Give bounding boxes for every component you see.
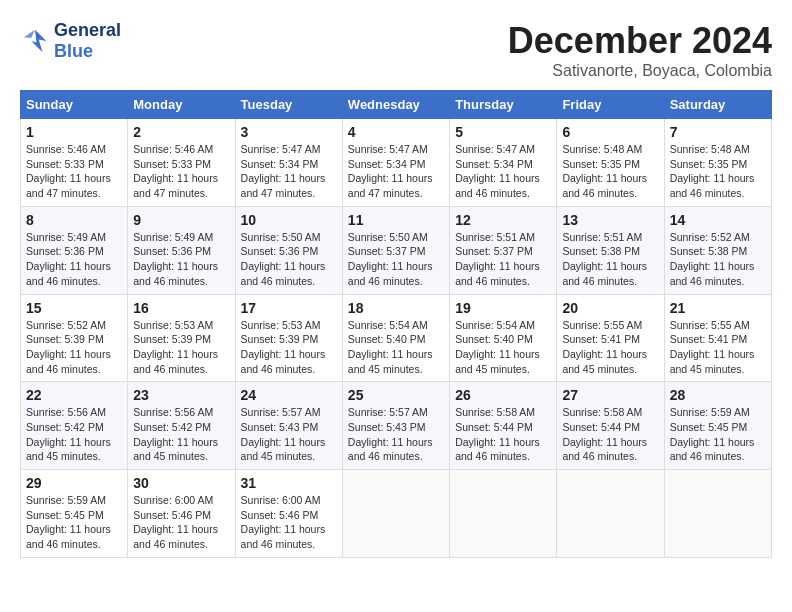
day-info: Sunrise: 5:53 AM Sunset: 5:39 PM Dayligh… xyxy=(241,318,337,377)
day-number: 29 xyxy=(26,475,122,491)
calendar-day-cell: 6 Sunrise: 5:48 AM Sunset: 5:35 PM Dayli… xyxy=(557,119,664,207)
calendar-day-cell: 17 Sunrise: 5:53 AM Sunset: 5:39 PM Dayl… xyxy=(235,294,342,382)
calendar-week-row: 22 Sunrise: 5:56 AM Sunset: 5:42 PM Dayl… xyxy=(21,382,772,470)
svg-marker-1 xyxy=(24,30,35,38)
calendar-week-row: 8 Sunrise: 5:49 AM Sunset: 5:36 PM Dayli… xyxy=(21,206,772,294)
calendar-day-cell: 7 Sunrise: 5:48 AM Sunset: 5:35 PM Dayli… xyxy=(664,119,771,207)
day-info: Sunrise: 6:00 AM Sunset: 5:46 PM Dayligh… xyxy=(133,493,229,552)
day-number: 24 xyxy=(241,387,337,403)
day-info: Sunrise: 5:58 AM Sunset: 5:44 PM Dayligh… xyxy=(455,405,551,464)
day-number: 6 xyxy=(562,124,658,140)
day-number: 16 xyxy=(133,300,229,316)
day-info: Sunrise: 5:56 AM Sunset: 5:42 PM Dayligh… xyxy=(133,405,229,464)
logo-text: General Blue xyxy=(54,20,121,62)
calendar-day-cell: 16 Sunrise: 5:53 AM Sunset: 5:39 PM Dayl… xyxy=(128,294,235,382)
day-info: Sunrise: 5:54 AM Sunset: 5:40 PM Dayligh… xyxy=(455,318,551,377)
day-number: 30 xyxy=(133,475,229,491)
day-number: 25 xyxy=(348,387,444,403)
day-number: 22 xyxy=(26,387,122,403)
day-info: Sunrise: 5:52 AM Sunset: 5:39 PM Dayligh… xyxy=(26,318,122,377)
day-number: 5 xyxy=(455,124,551,140)
col-wednesday: Wednesday xyxy=(342,91,449,119)
col-tuesday: Tuesday xyxy=(235,91,342,119)
day-number: 4 xyxy=(348,124,444,140)
day-info: Sunrise: 5:57 AM Sunset: 5:43 PM Dayligh… xyxy=(241,405,337,464)
day-info: Sunrise: 5:48 AM Sunset: 5:35 PM Dayligh… xyxy=(670,142,766,201)
day-number: 3 xyxy=(241,124,337,140)
col-friday: Friday xyxy=(557,91,664,119)
day-info: Sunrise: 6:00 AM Sunset: 5:46 PM Dayligh… xyxy=(241,493,337,552)
calendar-day-cell: 14 Sunrise: 5:52 AM Sunset: 5:38 PM Dayl… xyxy=(664,206,771,294)
day-number: 11 xyxy=(348,212,444,228)
calendar-day-cell: 10 Sunrise: 5:50 AM Sunset: 5:36 PM Dayl… xyxy=(235,206,342,294)
calendar-week-row: 1 Sunrise: 5:46 AM Sunset: 5:33 PM Dayli… xyxy=(21,119,772,207)
calendar-week-row: 29 Sunrise: 5:59 AM Sunset: 5:45 PM Dayl… xyxy=(21,470,772,558)
calendar-day-cell: 26 Sunrise: 5:58 AM Sunset: 5:44 PM Dayl… xyxy=(450,382,557,470)
calendar-day-cell: 3 Sunrise: 5:47 AM Sunset: 5:34 PM Dayli… xyxy=(235,119,342,207)
day-number: 19 xyxy=(455,300,551,316)
day-info: Sunrise: 5:47 AM Sunset: 5:34 PM Dayligh… xyxy=(348,142,444,201)
day-number: 26 xyxy=(455,387,551,403)
calendar-day-cell: 24 Sunrise: 5:57 AM Sunset: 5:43 PM Dayl… xyxy=(235,382,342,470)
day-info: Sunrise: 5:50 AM Sunset: 5:37 PM Dayligh… xyxy=(348,230,444,289)
day-number: 13 xyxy=(562,212,658,228)
calendar-day-cell: 4 Sunrise: 5:47 AM Sunset: 5:34 PM Dayli… xyxy=(342,119,449,207)
day-number: 7 xyxy=(670,124,766,140)
calendar-day-cell: 12 Sunrise: 5:51 AM Sunset: 5:37 PM Dayl… xyxy=(450,206,557,294)
day-info: Sunrise: 5:56 AM Sunset: 5:42 PM Dayligh… xyxy=(26,405,122,464)
location-subtitle: Sativanorte, Boyaca, Colombia xyxy=(508,62,772,80)
day-number: 23 xyxy=(133,387,229,403)
calendar-day-cell xyxy=(342,470,449,558)
day-info: Sunrise: 5:51 AM Sunset: 5:37 PM Dayligh… xyxy=(455,230,551,289)
day-number: 12 xyxy=(455,212,551,228)
day-number: 9 xyxy=(133,212,229,228)
day-info: Sunrise: 5:58 AM Sunset: 5:44 PM Dayligh… xyxy=(562,405,658,464)
day-number: 31 xyxy=(241,475,337,491)
month-title: December 2024 xyxy=(508,20,772,62)
calendar-day-cell: 15 Sunrise: 5:52 AM Sunset: 5:39 PM Dayl… xyxy=(21,294,128,382)
day-info: Sunrise: 5:50 AM Sunset: 5:36 PM Dayligh… xyxy=(241,230,337,289)
day-info: Sunrise: 5:51 AM Sunset: 5:38 PM Dayligh… xyxy=(562,230,658,289)
day-info: Sunrise: 5:55 AM Sunset: 5:41 PM Dayligh… xyxy=(670,318,766,377)
header-row: Sunday Monday Tuesday Wednesday Thursday… xyxy=(21,91,772,119)
col-saturday: Saturday xyxy=(664,91,771,119)
logo-icon xyxy=(20,26,50,56)
calendar-day-cell: 30 Sunrise: 6:00 AM Sunset: 5:46 PM Dayl… xyxy=(128,470,235,558)
calendar-day-cell: 21 Sunrise: 5:55 AM Sunset: 5:41 PM Dayl… xyxy=(664,294,771,382)
title-section: December 2024 Sativanorte, Boyaca, Colom… xyxy=(508,20,772,80)
day-number: 28 xyxy=(670,387,766,403)
col-thursday: Thursday xyxy=(450,91,557,119)
calendar-day-cell: 19 Sunrise: 5:54 AM Sunset: 5:40 PM Dayl… xyxy=(450,294,557,382)
day-number: 1 xyxy=(26,124,122,140)
calendar-day-cell: 22 Sunrise: 5:56 AM Sunset: 5:42 PM Dayl… xyxy=(21,382,128,470)
calendar-day-cell: 18 Sunrise: 5:54 AM Sunset: 5:40 PM Dayl… xyxy=(342,294,449,382)
day-number: 17 xyxy=(241,300,337,316)
day-number: 27 xyxy=(562,387,658,403)
calendar-day-cell: 13 Sunrise: 5:51 AM Sunset: 5:38 PM Dayl… xyxy=(557,206,664,294)
calendar-day-cell: 1 Sunrise: 5:46 AM Sunset: 5:33 PM Dayli… xyxy=(21,119,128,207)
calendar-day-cell xyxy=(450,470,557,558)
day-number: 18 xyxy=(348,300,444,316)
day-info: Sunrise: 5:52 AM Sunset: 5:38 PM Dayligh… xyxy=(670,230,766,289)
calendar-week-row: 15 Sunrise: 5:52 AM Sunset: 5:39 PM Dayl… xyxy=(21,294,772,382)
svg-marker-0 xyxy=(31,30,46,53)
day-number: 21 xyxy=(670,300,766,316)
day-info: Sunrise: 5:49 AM Sunset: 5:36 PM Dayligh… xyxy=(133,230,229,289)
calendar-day-cell: 8 Sunrise: 5:49 AM Sunset: 5:36 PM Dayli… xyxy=(21,206,128,294)
day-info: Sunrise: 5:57 AM Sunset: 5:43 PM Dayligh… xyxy=(348,405,444,464)
calendar-day-cell: 9 Sunrise: 5:49 AM Sunset: 5:36 PM Dayli… xyxy=(128,206,235,294)
day-info: Sunrise: 5:46 AM Sunset: 5:33 PM Dayligh… xyxy=(133,142,229,201)
calendar-day-cell: 31 Sunrise: 6:00 AM Sunset: 5:46 PM Dayl… xyxy=(235,470,342,558)
day-info: Sunrise: 5:47 AM Sunset: 5:34 PM Dayligh… xyxy=(455,142,551,201)
calendar-day-cell: 2 Sunrise: 5:46 AM Sunset: 5:33 PM Dayli… xyxy=(128,119,235,207)
calendar-day-cell: 11 Sunrise: 5:50 AM Sunset: 5:37 PM Dayl… xyxy=(342,206,449,294)
day-number: 20 xyxy=(562,300,658,316)
day-number: 14 xyxy=(670,212,766,228)
day-info: Sunrise: 5:59 AM Sunset: 5:45 PM Dayligh… xyxy=(670,405,766,464)
day-info: Sunrise: 5:59 AM Sunset: 5:45 PM Dayligh… xyxy=(26,493,122,552)
calendar-header: Sunday Monday Tuesday Wednesday Thursday… xyxy=(21,91,772,119)
calendar-day-cell: 29 Sunrise: 5:59 AM Sunset: 5:45 PM Dayl… xyxy=(21,470,128,558)
calendar-day-cell: 5 Sunrise: 5:47 AM Sunset: 5:34 PM Dayli… xyxy=(450,119,557,207)
calendar-day-cell xyxy=(557,470,664,558)
calendar-day-cell: 20 Sunrise: 5:55 AM Sunset: 5:41 PM Dayl… xyxy=(557,294,664,382)
